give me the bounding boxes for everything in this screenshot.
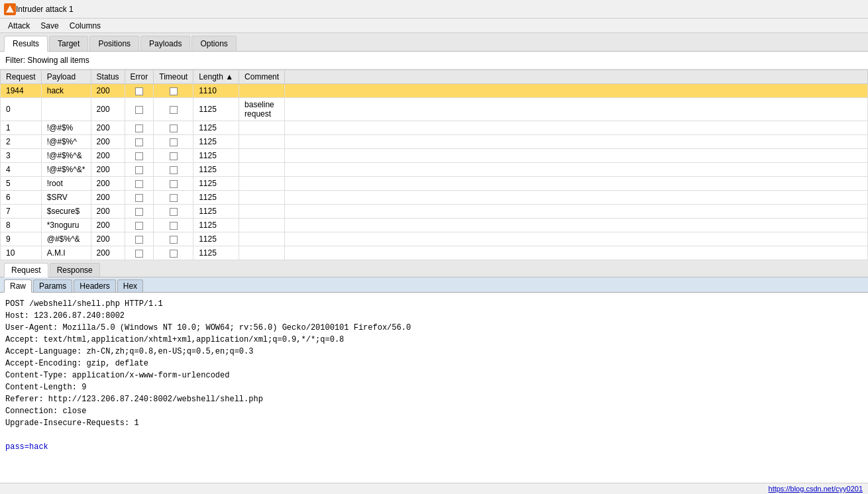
cell-timeout[interactable] [154, 121, 193, 135]
cell-comment [239, 149, 285, 163]
cell-error[interactable] [125, 219, 154, 232]
tab-options[interactable]: Options [191, 36, 236, 51]
col-header-comment[interactable]: Comment [239, 70, 285, 84]
cell-timeout[interactable] [154, 98, 193, 121]
col-header-timeout[interactable]: Timeout [154, 70, 193, 84]
col-header-status[interactable]: Status [91, 70, 125, 84]
bottom-panel: Request Response Raw Params Headers Hex … [0, 260, 868, 483]
cell-timeout[interactable] [154, 135, 193, 149]
menu-attack[interactable]: Attack [3, 20, 35, 32]
tab-target[interactable]: Target [49, 36, 88, 51]
checkbox[interactable] [170, 166, 178, 174]
table-row[interactable]: 4!@#$%^&*2001125 [1, 163, 868, 177]
inner-tab-headers[interactable]: Headers [74, 279, 115, 292]
checkbox[interactable] [170, 87, 178, 95]
sub-tab-response[interactable]: Response [50, 263, 100, 277]
menu-bar: Attack Save Columns [0, 19, 868, 33]
col-header-request[interactable]: Request [1, 70, 42, 84]
table-row[interactable]: 02001125baseline request [1, 98, 868, 121]
cell-timeout[interactable] [154, 149, 193, 163]
checkbox[interactable] [135, 222, 143, 230]
cell-error[interactable] [125, 205, 154, 219]
checkbox[interactable] [135, 138, 143, 146]
cell-timeout[interactable] [154, 191, 193, 205]
cell-request: 5 [1, 177, 42, 191]
cell-error[interactable] [125, 98, 154, 121]
checkbox[interactable] [135, 106, 143, 114]
cell-length: 1125 [193, 232, 239, 246]
table-row[interactable]: 9@#$%^&2001125 [1, 232, 868, 246]
checkbox[interactable] [170, 222, 178, 230]
checkbox[interactable] [170, 152, 178, 160]
table-row[interactable]: 8*3noguru2001125 [1, 219, 868, 232]
tab-positions[interactable]: Positions [89, 36, 139, 51]
inner-tab-hex[interactable]: Hex [117, 279, 143, 292]
menu-save[interactable]: Save [35, 20, 64, 32]
req-line-body: pass=hack [5, 441, 863, 453]
cell-error[interactable] [125, 121, 154, 135]
cell-payload: !@#$% [41, 121, 91, 135]
table-row[interactable]: 6$SRV2001125 [1, 191, 868, 205]
cell-error[interactable] [125, 135, 154, 149]
cell-status: 200 [91, 246, 125, 260]
cell-timeout[interactable] [154, 205, 193, 219]
cell-error[interactable] [125, 232, 154, 246]
inner-tab-params[interactable]: Params [33, 279, 72, 292]
cell-payload: !@#$%^ [41, 135, 91, 149]
cell-error[interactable] [125, 163, 154, 177]
checkbox[interactable] [135, 166, 143, 174]
cell-length: 1125 [193, 177, 239, 191]
cell-error[interactable] [125, 177, 154, 191]
table-row[interactable]: 7$secure$2001125 [1, 205, 868, 219]
tab-results[interactable]: Results [4, 36, 48, 52]
checkbox[interactable] [135, 236, 143, 244]
req-line-4: Accept: text/html,application/xhtml+xml,… [5, 334, 863, 346]
cell-comment [239, 246, 285, 260]
cell-error[interactable] [125, 149, 154, 163]
cell-extra [285, 149, 868, 163]
sub-tab-request[interactable]: Request [4, 263, 48, 277]
cell-timeout[interactable] [154, 246, 193, 260]
checkbox[interactable] [135, 152, 143, 160]
checkbox[interactable] [170, 124, 178, 132]
table-row[interactable]: 10A.M.I2001125 [1, 246, 868, 260]
table-row[interactable]: 1944hack2001110 [1, 84, 868, 98]
checkbox[interactable] [170, 250, 178, 258]
cell-timeout[interactable] [154, 232, 193, 246]
cell-timeout[interactable] [154, 163, 193, 177]
cell-timeout[interactable] [154, 177, 193, 191]
inner-tab-raw[interactable]: Raw [4, 279, 32, 293]
checkbox[interactable] [135, 180, 143, 188]
cell-comment [239, 205, 285, 219]
cell-error[interactable] [125, 246, 154, 260]
table-row[interactable]: 3!@#$%^&2001125 [1, 149, 868, 163]
table-row[interactable]: 5!root2001125 [1, 177, 868, 191]
col-header-error[interactable]: Error [125, 70, 154, 84]
col-header-extra [285, 70, 868, 84]
checkbox[interactable] [135, 208, 143, 216]
menu-columns[interactable]: Columns [64, 20, 106, 32]
checkbox[interactable] [170, 208, 178, 216]
checkbox[interactable] [170, 180, 178, 188]
col-header-length[interactable]: Length ▲ [193, 70, 239, 84]
checkbox[interactable] [135, 250, 143, 258]
checkbox[interactable] [135, 87, 143, 95]
table-row[interactable]: 1!@#$%2001125 [1, 121, 868, 135]
cell-request: 6 [1, 191, 42, 205]
checkbox[interactable] [135, 124, 143, 132]
table-row[interactable]: 2!@#$%^2001125 [1, 135, 868, 149]
checkbox[interactable] [135, 194, 143, 202]
checkbox[interactable] [170, 138, 178, 146]
cell-error[interactable] [125, 84, 154, 98]
cell-request: 7 [1, 205, 42, 219]
cell-extra [285, 121, 868, 135]
checkbox[interactable] [170, 236, 178, 244]
cell-timeout[interactable] [154, 84, 193, 98]
checkbox[interactable] [170, 194, 178, 202]
status-link[interactable]: https://blog.csdn.net/cyy0201 [769, 485, 863, 493]
cell-error[interactable] [125, 191, 154, 205]
tab-payloads[interactable]: Payloads [140, 36, 190, 51]
col-header-payload[interactable]: Payload [41, 70, 91, 84]
checkbox[interactable] [170, 106, 178, 114]
cell-timeout[interactable] [154, 219, 193, 232]
